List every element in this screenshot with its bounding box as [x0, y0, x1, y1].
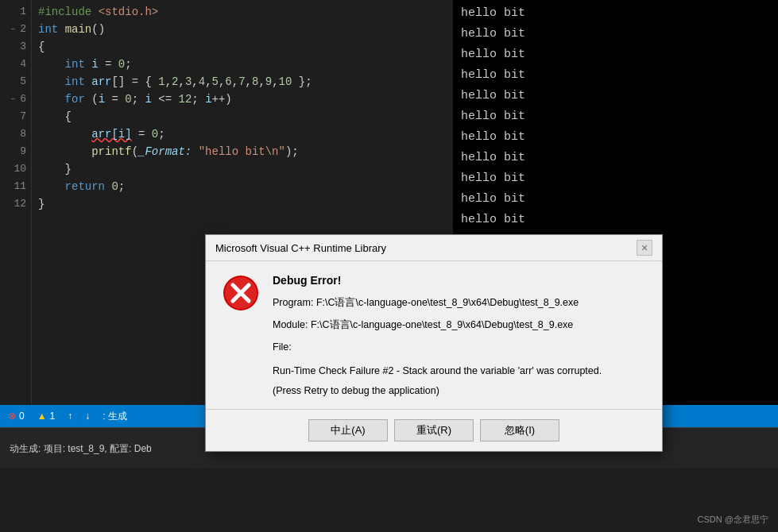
watermark: CSDN @念君思宁	[698, 514, 768, 526]
abort-button[interactable]: 中止(A)	[308, 419, 388, 441]
dialog-close-button[interactable]: ×	[637, 240, 652, 256]
error-description: Run-Time Check Failure #2 - Stack around…	[273, 363, 646, 379]
up-arrow[interactable]: ↑	[68, 411, 72, 422]
error-count: ⊗ 0	[8, 411, 25, 422]
program-line: Program: F:\C语言\c-language-one\test_8_9\…	[273, 295, 646, 310]
terminal-line: hello bit	[461, 106, 770, 127]
warning-icon: ▲	[37, 411, 47, 422]
ignore-button[interactable]: 忽略(I)	[480, 419, 559, 441]
terminal-line: hello bit	[461, 168, 770, 189]
terminal-line: hello bit	[461, 210, 770, 230]
dialog-content: Debug Error! Program: F:\C语言\c-language-…	[273, 274, 646, 396]
terminal-line: hello bit	[461, 24, 770, 44]
warning-count: ▲ 1	[37, 411, 56, 422]
down-arrow[interactable]: ↓	[85, 411, 90, 422]
terminal-line: hello bit	[461, 44, 770, 65]
terminal-line: hello bit	[461, 3, 770, 24]
collapse-btn-main[interactable]: −	[7, 24, 18, 35]
retry-button[interactable]: 重试(R)	[394, 419, 474, 441]
module-line: Module: F:\C语言\c-language-one\test_8_9\x…	[273, 317, 646, 333]
terminal-line: hello bit	[461, 148, 770, 168]
file-line: File:	[273, 339, 646, 355]
generate-label: : 生成	[103, 410, 127, 423]
dialog-titlebar: Microsoft Visual C++ Runtime Library ×	[206, 235, 662, 261]
runtime-error-dialog: Microsoft Visual C++ Runtime Library × D…	[205, 234, 663, 452]
line-gutter: 1 − 2 3 4 5 − 6 7 8 9 10 11 12	[0, 0, 32, 405]
debug-error-title: Debug Error!	[273, 274, 646, 287]
dialog-body: Debug Error! Program: F:\C语言\c-language-…	[206, 261, 662, 409]
terminal-line: hello bit	[461, 127, 770, 148]
press-retry-msg: (Press Retry to debug the application)	[273, 385, 646, 396]
dialog-button-row: 中止(A) 重试(R) 忽略(I)	[206, 409, 662, 451]
terminal-line: hello bit	[461, 86, 770, 106]
dialog-title: Microsoft Visual C++ Runtime Library	[215, 242, 386, 254]
collapse-btn-for[interactable]: −	[7, 94, 18, 105]
terminal-line: hello bit	[461, 65, 770, 86]
error-circle-icon	[222, 274, 260, 312]
error-icon: ⊗	[8, 411, 16, 422]
terminal-line: hello bit	[461, 189, 770, 210]
